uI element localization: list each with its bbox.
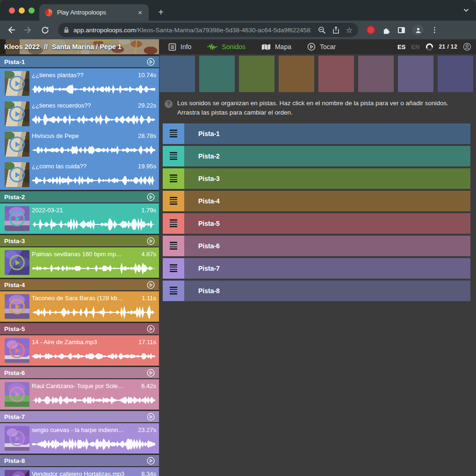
track-row[interactable]: Pista-3 [163,168,470,189]
clip-play-icon[interactable] [9,106,25,122]
track-row[interactable]: Pista-7 [163,258,470,279]
audio-clip[interactable]: Raul Cantizano- Toque por Solenoide.mp3 … [0,379,159,410]
track-row[interactable]: Pista-6 [163,236,470,256]
audio-clip[interactable]: Palmas sevillanas 160 bpm mp3.mp3 4.87s [0,247,159,278]
clip-thumbnail[interactable] [5,162,29,187]
url-bar[interactable]: app.antropoloops.com/Kleos-Santa-Marina/… [58,23,358,37]
clip-play-icon[interactable] [9,299,25,314]
track-header[interactable]: Pista-1 [0,56,159,67]
drag-handle[interactable] [163,191,184,211]
waveform[interactable] [32,305,155,319]
audio-clip[interactable]: 2022-03-21 1.79s [0,203,159,234]
fullscreen-window-button[interactable] [29,7,35,14]
waveform[interactable] [32,217,155,231]
project-map-thumbnail[interactable]: Kleos 2022 // Santa Marina / Pepe 1 [0,39,159,54]
browser-menu-icon[interactable]: ⋮ [431,26,438,34]
drag-handle[interactable] [163,236,184,256]
waveform[interactable] [32,82,155,96]
drag-handle[interactable] [163,146,184,166]
track-row[interactable]: Pista-5 [163,213,470,234]
clip-play-icon[interactable] [9,167,25,182]
track-header[interactable]: Pista-5 [0,323,159,334]
drag-handle[interactable] [163,123,184,144]
audio-clip[interactable]: Taconeo de Sara Baras (128 kbps).mp3 1.1… [0,291,159,322]
track-play-icon[interactable] [147,237,155,245]
track-row-body[interactable]: Pista-3 [184,168,470,189]
audio-clip[interactable]: sergio cuevas - la harpe indienne - 03 -… [0,423,159,454]
tab-mapa[interactable]: Mapa [261,43,291,50]
clip-play-icon[interactable] [9,431,25,446]
waveform[interactable] [32,113,155,127]
audio-clip[interactable]: Vendedor callejero Hortalizas.mp3 8.34s [0,467,159,476]
waveform[interactable] [32,173,155,188]
tab-sonidos[interactable]: Sonidos [207,43,245,50]
track-row-body[interactable]: Pista-5 [184,213,470,234]
lang-es-button[interactable]: ES [397,43,405,50]
forward-icon[interactable] [22,24,34,36]
profile-avatar[interactable] [412,24,424,36]
clip-play-icon[interactable] [9,137,25,152]
track-header[interactable]: Pista-8 [0,455,159,466]
clip-thumbnail[interactable] [5,71,29,96]
track-row-body[interactable]: Pista-7 [184,258,470,279]
tab-search-chevron-icon[interactable] [463,7,469,14]
track-play-icon[interactable] [147,457,155,465]
track-row[interactable]: Pista-4 [163,191,470,211]
track-play-icon[interactable] [147,281,155,289]
audio-clip[interactable]: Hiviscus de Pepe 28.78s [0,129,159,159]
drag-handle[interactable] [163,213,184,234]
audio-clip[interactable]: ¿¿tienes plantas?? 10.74s [0,68,159,99]
track-play-icon[interactable] [147,325,155,333]
tab-tocar[interactable]: Tocar [307,43,336,51]
track-row[interactable]: Pista-8 [163,281,470,301]
lang-en-button[interactable]: EN [411,43,419,50]
waveform[interactable] [32,261,155,275]
waveform[interactable] [32,437,155,451]
clip-thumbnail[interactable] [5,426,29,451]
minimize-window-button[interactable] [19,7,25,14]
audio-clip[interactable]: ¿¿tienes recuerdos?? 29.22s [0,99,159,129]
clip-thumbnail[interactable] [5,206,29,231]
reload-icon[interactable] [39,24,50,36]
tab-info[interactable]: Info [168,43,191,51]
clip-play-icon[interactable] [9,387,25,402]
clip-thumbnail[interactable] [5,294,29,319]
drag-handle[interactable] [163,281,184,301]
waveform[interactable] [32,143,155,157]
zoom-out-icon[interactable] [318,26,326,34]
back-icon[interactable] [6,24,17,36]
new-tab-button[interactable]: + [154,6,167,19]
record-extension-icon[interactable] [368,27,374,33]
clip-play-icon[interactable] [9,343,25,358]
account-icon[interactable] [463,43,471,51]
audio-clip[interactable]: 14 - Aire de Zamba.mp3 17.11s [0,335,159,366]
track-row-body[interactable]: Pista-8 [184,281,470,301]
drag-handle[interactable] [163,168,184,189]
drag-handle[interactable] [163,258,184,279]
clip-thumbnail[interactable] [5,250,29,275]
track-play-icon[interactable] [147,369,155,377]
close-window-button[interactable] [9,7,15,14]
track-header[interactable]: Pista-6 [0,367,159,378]
track-row[interactable]: Pista-1 [163,123,470,144]
clip-thumbnail[interactable] [5,470,29,476]
browser-tab[interactable]: Play Antropoloops × [39,4,149,21]
track-row-body[interactable]: Pista-2 [184,146,470,166]
tab-close-icon[interactable]: × [137,8,143,16]
clip-thumbnail[interactable] [5,338,29,363]
share-icon[interactable] [332,26,339,34]
clip-play-icon[interactable] [9,76,25,91]
audio-clip[interactable]: ¿¿como las cuida?? 19.95s [0,159,159,190]
side-panel-icon[interactable] [398,27,405,33]
track-play-icon[interactable] [147,413,155,421]
track-play-icon[interactable] [147,193,155,201]
track-row-body[interactable]: Pista-1 [184,123,470,144]
breadcrumb-project[interactable]: Kleos 2022 [4,43,40,50]
bookmark-star-icon[interactable]: ☆ [346,26,353,35]
track-play-icon[interactable] [147,58,155,66]
clip-thumbnail[interactable] [5,132,29,157]
track-row-body[interactable]: Pista-4 [184,191,470,211]
extensions-puzzle-icon[interactable] [382,26,390,34]
track-row-body[interactable]: Pista-6 [184,236,470,256]
track-header[interactable]: Pista-4 [0,279,159,290]
